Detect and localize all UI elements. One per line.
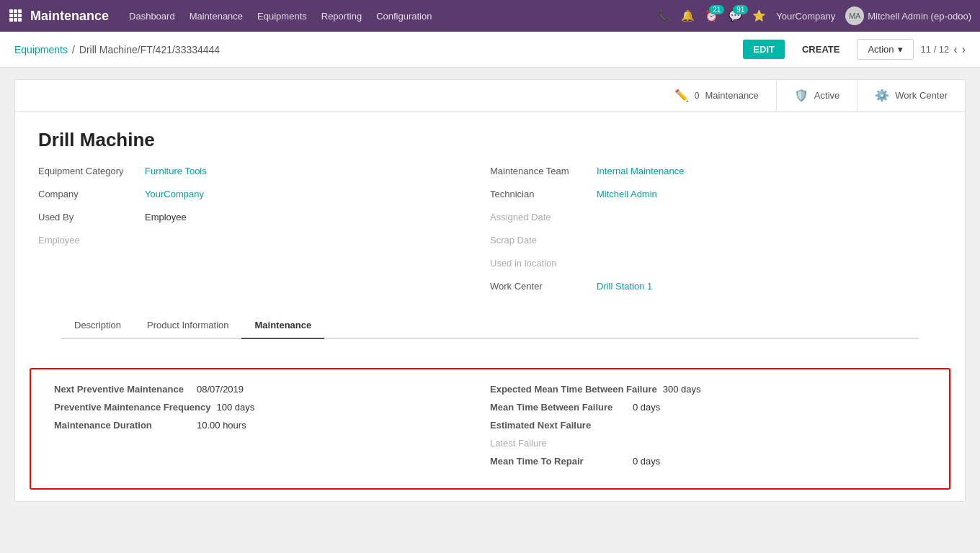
breadcrumb-current: Drill Machine/FT/421/33334444	[79, 44, 220, 55]
app-brand: Maintenance	[30, 9, 109, 24]
latest-failure-field: Latest Failure	[490, 438, 926, 449]
mtbf-label: Mean Time Between Failure	[490, 402, 627, 413]
chat-badge: 91	[733, 5, 748, 14]
company-selector[interactable]: YourCompany	[776, 11, 835, 22]
expected-mtbf-field: Expected Mean Time Between Failure 300 d…	[490, 384, 926, 395]
active-topbar-btn[interactable]: 🛡️ Active	[776, 80, 857, 111]
scrap-date-label: Scrap Date	[490, 235, 591, 246]
fields-grid: Equipment Category Furniture Tools Compa…	[38, 166, 942, 298]
breadcrumb-parent[interactable]: Equipments	[14, 44, 68, 55]
used-by-field: Used By Employee	[38, 212, 490, 229]
used-by-value: Employee	[145, 212, 187, 222]
pm-freq-label: Preventive Maintenance Frequency	[54, 402, 210, 413]
user-avatar: MA	[845, 6, 864, 25]
mttr-value: 0 days	[633, 456, 660, 467]
workcenter-topbar-btn[interactable]: ⚙️ Work Center	[857, 80, 965, 111]
workcenter-field: Work Center Drill Station 1	[490, 281, 942, 298]
location-label: Used in location	[490, 258, 591, 269]
breadcrumb: Equipments / Drill Machine/FT/421/333344…	[14, 44, 220, 55]
team-value[interactable]: Internal Maintenance	[597, 166, 684, 176]
tabs: Description Product Information Maintena…	[61, 313, 919, 339]
chat-icon[interactable]: 💬 91	[729, 9, 742, 22]
action-button[interactable]: Action ▾	[857, 39, 913, 60]
tab-maintenance[interactable]: Maintenance	[241, 313, 324, 339]
workcenter-topbar-label: Work Center	[895, 90, 948, 101]
action-chevron-icon: ▾	[898, 44, 903, 55]
svg-rect-0	[9, 9, 13, 13]
svg-rect-5	[18, 14, 22, 17]
workcenter-value[interactable]: Drill Station 1	[597, 281, 652, 292]
pm-freq-field: Preventive Maintenance Frequency 100 day…	[54, 402, 490, 413]
card-topbar: ✏️ 0 Maintenance 🛡️ Active ⚙️ Work Cente…	[15, 80, 965, 112]
nav-dashboard[interactable]: Dashboard	[129, 11, 175, 22]
create-button[interactable]: CREATE	[792, 40, 850, 59]
company-field: Company YourCompany	[38, 189, 490, 206]
tab-product-information[interactable]: Product Information	[134, 313, 241, 339]
svg-rect-3	[9, 14, 13, 17]
mtbf-value: 0 days	[633, 402, 660, 413]
equipment-title: Drill Machine	[38, 129, 942, 151]
star-icon[interactable]: ⭐	[752, 9, 766, 22]
est-next-failure-field: Estimated Next Failure	[490, 420, 926, 431]
fields-left: Equipment Category Furniture Tools Compa…	[38, 166, 490, 298]
tab-description[interactable]: Description	[61, 313, 134, 339]
phone-icon[interactable]: 📞	[657, 9, 671, 22]
category-label: Equipment Category	[38, 166, 139, 176]
assigned-date-field: Assigned Date	[490, 212, 942, 229]
mtbf-field: Mean Time Between Failure 0 days	[490, 402, 926, 413]
mttr-label: Mean Time To Repair	[490, 456, 627, 467]
team-label: Maintenance Team	[490, 166, 591, 176]
employee-placeholder: Employee	[38, 235, 139, 246]
pager-next[interactable]: ›	[962, 43, 966, 56]
technician-value[interactable]: Mitchell Admin	[597, 189, 657, 199]
nav-reporting[interactable]: Reporting	[321, 11, 362, 22]
next-pm-field: Next Preventive Maintenance 08/07/2019	[54, 384, 490, 395]
expected-mtbf-value: 300 days	[663, 384, 701, 395]
top-navigation: Maintenance Dashboard Maintenance Equipm…	[0, 0, 980, 32]
maintenance-right: Expected Mean Time Between Failure 300 d…	[490, 384, 926, 474]
nav-configuration[interactable]: Configuration	[376, 11, 432, 22]
active-topbar-label: Active	[814, 90, 839, 101]
svg-rect-4	[14, 14, 17, 17]
assigned-date-label: Assigned Date	[490, 212, 591, 222]
shield-icon: 🛡️	[794, 89, 808, 102]
nav-equipments[interactable]: Equipments	[257, 11, 307, 22]
pencil-icon: ✏️	[674, 89, 689, 102]
pager-prev[interactable]: ‹	[953, 43, 957, 56]
duration-label: Maintenance Duration	[54, 420, 191, 431]
category-value[interactable]: Furniture Tools	[145, 166, 207, 176]
mttr-field: Mean Time To Repair 0 days	[490, 456, 926, 467]
edit-button[interactable]: EDIT	[743, 40, 785, 59]
next-pm-value: 08/07/2019	[197, 384, 244, 395]
svg-rect-8	[18, 18, 22, 22]
user-menu[interactable]: MA Mitchell Admin (ep-odoo)	[845, 6, 971, 25]
svg-rect-6	[9, 18, 13, 22]
pm-freq-value: 100 days	[216, 402, 254, 413]
duration-field: Maintenance Duration 10.00 hours	[54, 420, 490, 431]
expected-mtbf-label: Expected Mean Time Between Failure	[490, 384, 657, 395]
technician-field: Technician Mitchell Admin	[490, 189, 942, 206]
category-field: Equipment Category Furniture Tools	[38, 166, 490, 183]
activity-icon[interactable]: ⏰ 21	[705, 9, 718, 22]
maintenance-topbar-btn[interactable]: ✏️ 0 Maintenance	[657, 80, 776, 111]
company-label: Company	[38, 189, 139, 199]
svg-rect-7	[14, 18, 17, 22]
activity-badge: 21	[709, 5, 724, 14]
est-next-failure-label: Estimated Next Failure	[490, 420, 627, 431]
nav-maintenance[interactable]: Maintenance	[190, 11, 243, 22]
grid-menu-icon[interactable]	[9, 9, 22, 24]
duration-value: 10.00 hours	[197, 420, 246, 431]
employee-field: Employee	[38, 235, 490, 252]
technician-label: Technician	[490, 189, 591, 199]
company-value[interactable]: YourCompany	[145, 189, 204, 199]
bell-icon[interactable]: 🔔	[681, 9, 695, 22]
main-content: ✏️ 0 Maintenance 🛡️ Active ⚙️ Work Cente…	[0, 68, 980, 513]
pager: 11 / 12 ‹ ›	[921, 43, 966, 56]
svg-rect-2	[18, 9, 22, 13]
team-field: Maintenance Team Internal Maintenance	[490, 166, 942, 183]
latest-failure-label: Latest Failure	[490, 438, 627, 449]
action-label: Action	[868, 44, 894, 55]
breadcrumb-bar: Equipments / Drill Machine/FT/421/333344…	[0, 32, 980, 68]
maintenance-topbar-label: Maintenance	[705, 90, 758, 101]
breadcrumb-actions: EDIT CREATE Action ▾ 11 / 12 ‹ ›	[743, 39, 966, 60]
